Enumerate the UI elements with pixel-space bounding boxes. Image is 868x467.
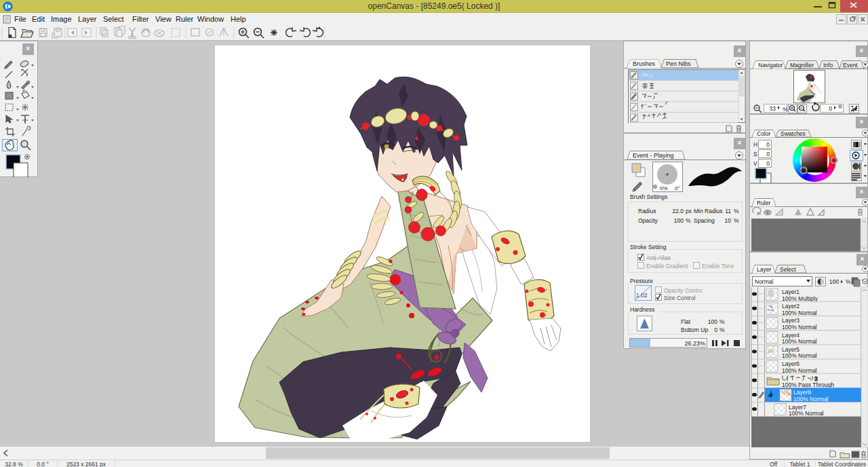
svg-text:Event: Event bbox=[843, 62, 858, 69]
svg-text:V: V bbox=[753, 160, 757, 167]
svg-text:100: 100 bbox=[674, 217, 684, 224]
svg-text:Pen Nibs: Pen Nibs bbox=[666, 60, 691, 67]
svg-text:Layer9: Layer9 bbox=[793, 389, 811, 396]
svg-text:Stroke Setting: Stroke Setting bbox=[630, 244, 667, 250]
svg-text:Color: Color bbox=[757, 130, 770, 137]
svg-text:0: 0 bbox=[714, 326, 717, 333]
svg-text:Layer2: Layer2 bbox=[782, 303, 800, 310]
svg-text:%: % bbox=[783, 106, 788, 113]
svg-text:Layer4: Layer4 bbox=[782, 332, 800, 339]
svg-text:100% Normal: 100% Normal bbox=[782, 338, 817, 345]
svg-text:0: 0 bbox=[766, 151, 770, 157]
svg-text:Layer7: Layer7 bbox=[789, 404, 806, 411]
svg-text:%: % bbox=[734, 208, 739, 214]
svg-text:0: 0 bbox=[766, 141, 770, 148]
svg-text:Layer5: Layer5 bbox=[782, 346, 800, 353]
svg-text:%: % bbox=[686, 217, 691, 224]
svg-text:Enable Gradient: Enable Gradient bbox=[646, 263, 688, 269]
svg-text:Opacity: Opacity bbox=[638, 217, 658, 224]
svg-text:px: px bbox=[686, 208, 692, 214]
svg-text:Layer1: Layer1 bbox=[782, 288, 800, 295]
svg-text:Ruler: Ruler bbox=[757, 200, 770, 206]
svg-text:0%: 0% bbox=[660, 185, 668, 191]
svg-text:%: % bbox=[719, 326, 725, 333]
svg-text:Spacing: Spacing bbox=[694, 217, 715, 224]
svg-text:11: 11 bbox=[725, 208, 731, 214]
svg-text:%: % bbox=[719, 318, 725, 325]
svg-text:H: H bbox=[753, 141, 757, 148]
svg-text:Enable Tone: Enable Tone bbox=[702, 263, 734, 269]
svg-text:100% Normal: 100% Normal bbox=[782, 324, 817, 331]
svg-text:100% Multiply: 100% Multiply bbox=[782, 295, 818, 302]
svg-text:100% Normal: 100% Normal bbox=[782, 352, 817, 359]
svg-text:Bottom Up: Bottom Up bbox=[681, 326, 708, 333]
svg-text:Flat: Flat bbox=[681, 318, 691, 325]
svg-text:26.23%: 26.23% bbox=[684, 340, 705, 347]
svg-text:Pressure: Pressure bbox=[630, 278, 653, 284]
svg-text:Hardness: Hardness bbox=[630, 306, 654, 313]
svg-text:Swatches: Swatches bbox=[781, 130, 806, 137]
svg-text:S: S bbox=[753, 151, 757, 157]
svg-text:Brushes: Brushes bbox=[633, 60, 656, 67]
svg-text:Radius: Radius bbox=[638, 208, 656, 214]
svg-text:0°: 0° bbox=[675, 185, 680, 191]
svg-text:100% Normal: 100% Normal bbox=[782, 367, 817, 374]
svg-text:22.0: 22.0 bbox=[672, 208, 684, 214]
svg-text:Size Control: Size Control bbox=[664, 295, 695, 301]
svg-text:Layer3: Layer3 bbox=[782, 317, 800, 324]
svg-text:33: 33 bbox=[770, 105, 776, 112]
svg-text:Opacity Contro: Opacity Contro bbox=[664, 287, 703, 294]
svg-text:10: 10 bbox=[725, 217, 732, 224]
svg-text:100: 100 bbox=[708, 318, 717, 325]
svg-text:100% Normal: 100% Normal bbox=[782, 310, 817, 316]
svg-text:0: 0 bbox=[766, 160, 770, 167]
svg-text:100% Normal: 100% Normal bbox=[789, 410, 824, 417]
svg-text:100% Pass Through: 100% Pass Through bbox=[782, 381, 834, 388]
svg-text:0: 0 bbox=[829, 105, 832, 112]
svg-text:100% Normal: 100% Normal bbox=[793, 396, 829, 403]
svg-text:Layer6: Layer6 bbox=[782, 360, 800, 367]
svg-text:Min Radius: Min Radius bbox=[694, 208, 723, 214]
svg-text:Anti-Alias: Anti-Alias bbox=[646, 255, 671, 261]
svg-text:Brush Settings: Brush Settings bbox=[630, 193, 667, 200]
svg-text:1.02: 1.02 bbox=[636, 292, 648, 299]
svg-text:%: % bbox=[734, 217, 739, 224]
svg-text:Navigator: Navigator bbox=[758, 62, 783, 69]
svg-text:Event - Playing: Event - Playing bbox=[633, 152, 674, 159]
svg-text:Info: Info bbox=[823, 62, 833, 69]
svg-text:Magnifier: Magnifier bbox=[790, 62, 814, 69]
